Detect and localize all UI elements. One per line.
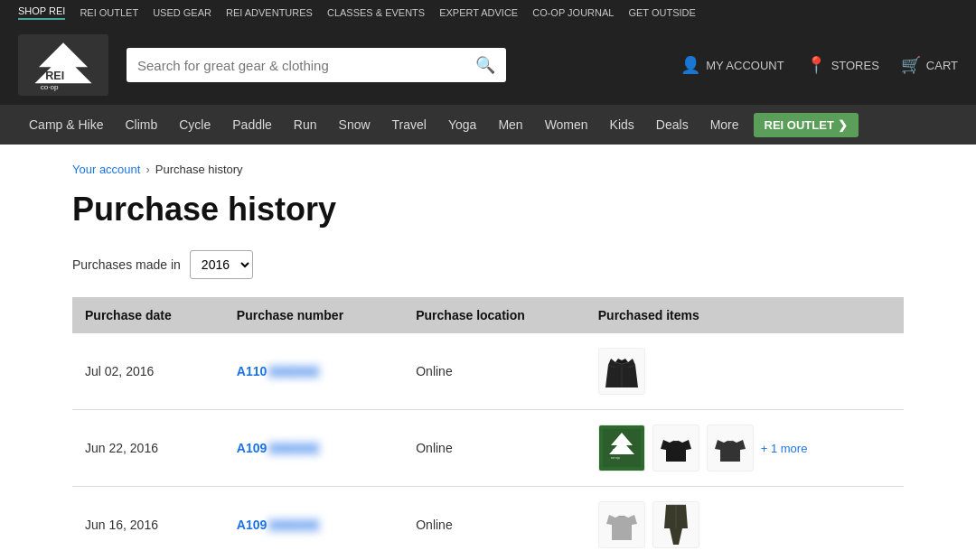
purchased-items-3 [586,487,904,561]
topbar-expert-advice[interactable]: EXPERT ADVICE [439,7,518,18]
svg-text:co·op: co·op [41,83,59,91]
nav-travel[interactable]: Travel [381,105,437,145]
nav-paddle[interactable]: Paddle [221,105,283,145]
items-cell-2: REI co·op [598,425,891,471]
nav-kids[interactable]: Kids [599,105,645,145]
filter-label: Purchases made in [72,257,181,272]
table-header-row: Purchase date Purchase number Purchase l… [72,297,904,333]
my-account-label: MY ACCOUNT [706,59,784,72]
account-icon: 👤 [680,55,700,75]
purchase-number-2[interactable]: A109XXXXXX [224,410,403,487]
purchased-items-2: REI co·op [586,410,904,487]
year-select[interactable]: 2016 2015 2014 2013 [190,250,253,279]
nav-yoga[interactable]: Yoga [437,105,487,145]
nav-climb[interactable]: Climb [114,105,168,145]
purchase-number-1[interactable]: A110XXXXXX [224,333,403,410]
table-row: Jun 22, 2016 A109XXXXXX Online [72,410,904,487]
items-cell-3 [598,501,891,548]
purchase-date-1: Jul 02, 2016 [72,333,224,410]
my-account-link[interactable]: 👤 MY ACCOUNT [680,55,784,75]
nav-snow[interactable]: Snow [328,105,381,145]
table-body: Jul 02, 2016 A110XXXXXX Online [72,333,904,560]
location-icon: 📍 [806,55,826,75]
purchased-items-1 [586,333,904,410]
topbar-rei-adventures[interactable]: REI ADVENTURES [226,7,313,18]
outlet-label: REI OUTLET [765,118,834,132]
col-location: Purchase location [403,297,586,333]
header: REI co·op 🔍 👤 MY ACCOUNT 📍 STORES 🛒 CART [0,25,976,105]
purchase-number-link-1[interactable]: A110XXXXXX [237,364,322,378]
purchase-number-blurred-2: XXXXXX [267,441,321,456]
item-thumb-rei-logo[interactable]: REI co·op [598,425,645,471]
breadcrumb-separator: › [145,163,149,176]
logo[interactable]: REI co·op [18,34,108,96]
nav-cycle[interactable]: Cycle [168,105,221,145]
table-header: Purchase date Purchase number Purchase l… [72,297,904,333]
content: Your account › Purchase history Purchase… [0,145,976,560]
main-nav: Camp & Hike Climb Cycle Paddle Run Snow … [0,105,976,145]
topbar-shop-rei[interactable]: SHOP REI [18,5,65,20]
stores-label: STORES [831,59,879,72]
topbar-rei-outlet[interactable]: REI OUTLET [80,7,138,18]
nav-more[interactable]: More [699,105,750,145]
filter-row: Purchases made in 2016 2015 2014 2013 [72,250,904,279]
table-row: Jul 02, 2016 A110XXXXXX Online [72,333,904,410]
purchase-location-1: Online [403,333,586,410]
purchase-number-link-2[interactable]: A109XXXXXX [237,441,322,455]
search-bar[interactable]: 🔍 [127,48,506,82]
nav-rei-outlet[interactable]: REI OUTLET ❯ [754,113,859,137]
breadcrumb-current: Purchase history [155,163,243,176]
cart-link[interactable]: 🛒 CART [901,55,958,75]
svg-text:REI: REI [613,448,622,453]
col-items: Purchased items [586,297,904,333]
purchase-number-link-3[interactable]: A109XXXXXX [237,518,322,532]
topbar-get-outside[interactable]: GET OUTSIDE [628,7,695,18]
item-thumb-jacket[interactable] [598,348,645,395]
table-row: Jun 16, 2016 A109XXXXXX Online [72,487,904,561]
breadcrumb: Your account › Purchase history [72,163,904,176]
purchase-date-3: Jun 16, 2016 [72,487,224,561]
search-input[interactable] [137,58,468,73]
nav-deals[interactable]: Deals [645,105,699,145]
col-number: Purchase number [224,297,403,333]
outlet-chevron-icon: ❯ [838,118,848,132]
nav-camp-hike[interactable]: Camp & Hike [18,105,114,145]
page-title: Purchase history [72,191,904,229]
nav-run[interactable]: Run [283,105,328,145]
cart-icon: 🛒 [901,55,921,75]
more-link-2[interactable]: + 1 more [761,442,808,455]
purchase-number-3[interactable]: A109XXXXXX [224,487,403,561]
stores-link[interactable]: 📍 STORES [806,55,879,75]
search-button[interactable]: 🔍 [475,55,495,75]
items-cell-1 [598,348,891,395]
topbar-classes-events[interactable]: CLASSES & EVENTS [327,7,425,18]
col-date: Purchase date [72,297,224,333]
purchase-number-blurred-3: XXXXXX [267,518,321,533]
topbar-co-op-journal[interactable]: CO-OP JOURNAL [532,7,614,18]
purchase-date-2: Jun 22, 2016 [72,410,224,487]
svg-text:co·op: co·op [611,455,621,460]
item-thumb-tshirt-black2[interactable] [707,425,754,471]
topbar-used-gear[interactable]: USED GEAR [153,7,211,18]
svg-text:REI: REI [45,70,64,82]
item-thumb-pants[interactable] [652,501,699,548]
cart-label: CART [926,59,958,72]
purchase-location-3: Online [403,487,586,561]
breadcrumb-account-link[interactable]: Your account [72,163,140,176]
nav-women[interactable]: Women [534,105,599,145]
purchases-table: Purchase date Purchase number Purchase l… [72,297,904,560]
top-bar: SHOP REI REI OUTLET USED GEAR REI ADVENT… [0,0,976,25]
item-thumb-tshirt-black1[interactable] [652,425,699,471]
purchase-location-2: Online [403,410,586,487]
nav-men[interactable]: Men [487,105,533,145]
search-icon: 🔍 [475,56,495,74]
header-actions: 👤 MY ACCOUNT 📍 STORES 🛒 CART [680,55,958,75]
purchase-number-blurred-1: XXXXXX [267,364,321,379]
item-thumb-tshirt-gray[interactable] [598,501,645,548]
